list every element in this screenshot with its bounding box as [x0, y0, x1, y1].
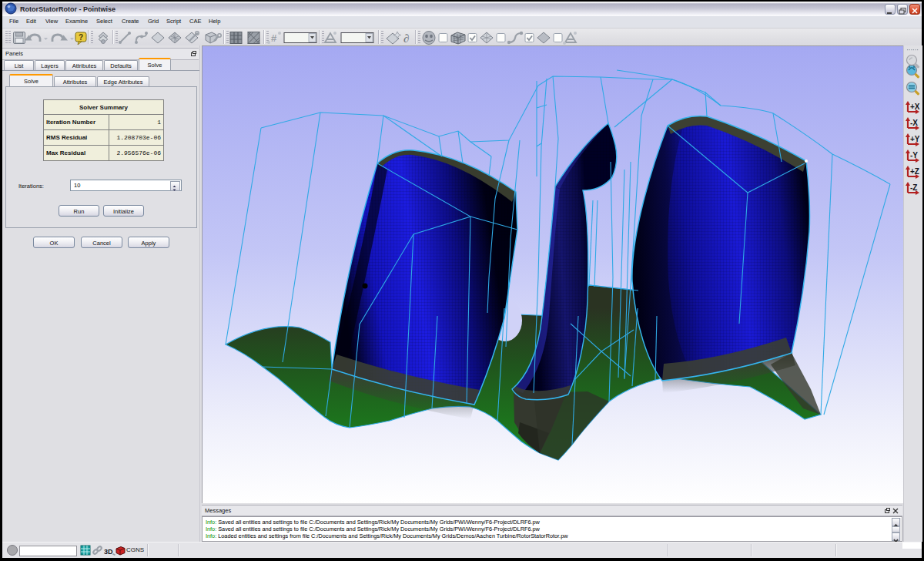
svg-text:?: ?	[79, 33, 83, 42]
svg-text:+X: +X	[910, 102, 920, 111]
svg-text:3D: 3D	[104, 548, 113, 556]
svg-text:+Y: +Y	[910, 135, 920, 143]
svg-text:+Z: +Z	[910, 167, 919, 176]
svg-text:∂: ∂	[403, 32, 409, 45]
svg-text:#: #	[271, 32, 277, 44]
svg-text:-Z: -Z	[910, 183, 917, 192]
svg-text:-Y: -Y	[910, 151, 918, 160]
svg-text:-X: -X	[910, 119, 918, 127]
